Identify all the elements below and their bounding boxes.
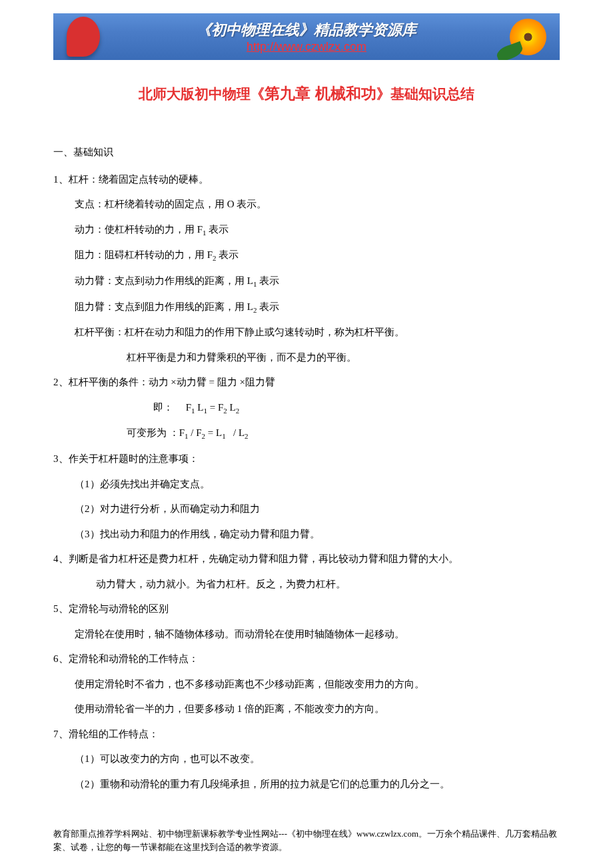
section-label: 一、基础知识 [53, 144, 560, 161]
content-line: 动力：使杠杆转动的力，用 F1 表示 [53, 221, 560, 239]
content-line: 使用定滑轮时不省力，也不多移动距离也不少移动距离，但能改变用力的方向。 [53, 676, 560, 693]
content-line: 定滑轮在使用时，轴不随物体移动。而动滑轮在使用时轴随物体一起移动。 [53, 626, 560, 643]
header-title: 《初中物理在线》精品教学资源库 [197, 20, 416, 40]
content-line: 2、杠杆平衡的条件：动力 ×动力臂 = 阻力 ×阻力臂 [53, 374, 560, 391]
content-line: （3）找出动力和阻力的作用线，确定动力臂和阻力臂。 [53, 526, 560, 543]
content-line: 使用动滑轮省一半的力，但要多移动 1 倍的距离，不能改变力的方向。 [53, 701, 560, 718]
title-chapter: 第九章 机械和功 [265, 85, 376, 102]
content-line: 4、判断是省力杠杆还是费力杠杆，先确定动力臂和阻力臂，再比较动力臂和阻力臂的大小… [53, 551, 560, 568]
content-line: （2）对力进行分析，从而确定动力和阻力 [53, 501, 560, 518]
page-title: 北师大版初中物理《第九章 机械和功》基础知识总结 [53, 83, 560, 104]
content-line: 动力臂大，动力就小。为省力杠杆。反之，为费力杠杆。 [53, 576, 560, 593]
content-line: 杠杆平衡是力和力臂乘积的平衡，而不是力的平衡。 [53, 349, 560, 367]
content-line: （2）重物和动滑轮的重力有几段绳承担，所用的拉力就是它们的总重力的几分之一。 [53, 776, 560, 793]
title-suffix: 》基础知识总结 [376, 86, 474, 101]
content-line: 可变形为 ：F1 / F2 = L1 / L2 [53, 425, 560, 443]
body-text: 一、基础知识 1、杠杆：绕着固定点转动的硬棒。支点：杠杆绕着转动的固定点，用 O… [53, 144, 560, 793]
content-line: 杠杆平衡：杠杆在动力和阻力的作用下静止或匀速转动时，称为杠杆平衡。 [53, 324, 560, 341]
content-line: 3、作关于杠杆题时的注意事项： [53, 451, 560, 468]
title-prefix: 北师大版初中物理《 [139, 86, 265, 101]
footer-note: 教育部重点推荐学科网站、初中物理新课标教学专业性网站---《初中物理在线》www… [53, 827, 560, 853]
content-line: 动力臂：支点到动力作用线的距离，用 L1 表示 [53, 273, 560, 291]
content-line: 5、定滑轮与动滑轮的区别 [53, 601, 560, 618]
content-line: 6、定滑轮和动滑轮的工作特点： [53, 651, 560, 668]
content-line: 1、杠杆：绕着固定点转动的硬棒。 [53, 171, 560, 189]
logo-icon [67, 17, 100, 57]
sunflower-icon [510, 19, 546, 55]
content-line: 支点：杠杆绕着转动的固定点，用 O 表示。 [53, 196, 560, 213]
header-url: http://www.czwlzx.com [197, 40, 416, 54]
content-items: 1、杠杆：绕着固定点转动的硬棒。支点：杠杆绕着转动的固定点，用 O 表示。动力：… [53, 171, 560, 793]
header-banner: 《初中物理在线》精品教学资源库 http://www.czwlzx.com [53, 13, 560, 60]
content-line: 7、滑轮组的工作特点： [53, 726, 560, 743]
content-line: 即： F1 L1 = F2 L2 [53, 399, 560, 417]
content-line: 阻力臂：支点到阻力作用线的距离，用 L2 表示 [53, 299, 560, 317]
content-line: 阻力：阻碍杠杆转动的力，用 F2 表示 [53, 247, 560, 265]
header-content: 《初中物理在线》精品教学资源库 http://www.czwlzx.com [197, 20, 416, 54]
content-line: （1）可以改变力的方向，也可以不改变。 [53, 751, 560, 768]
content-wrapper: 北师大版初中物理《第九章 机械和功》基础知识总结 一、基础知识 1、杠杆：绕着固… [53, 60, 560, 814]
content-line: （1）必须先找出并确定支点。 [53, 476, 560, 493]
